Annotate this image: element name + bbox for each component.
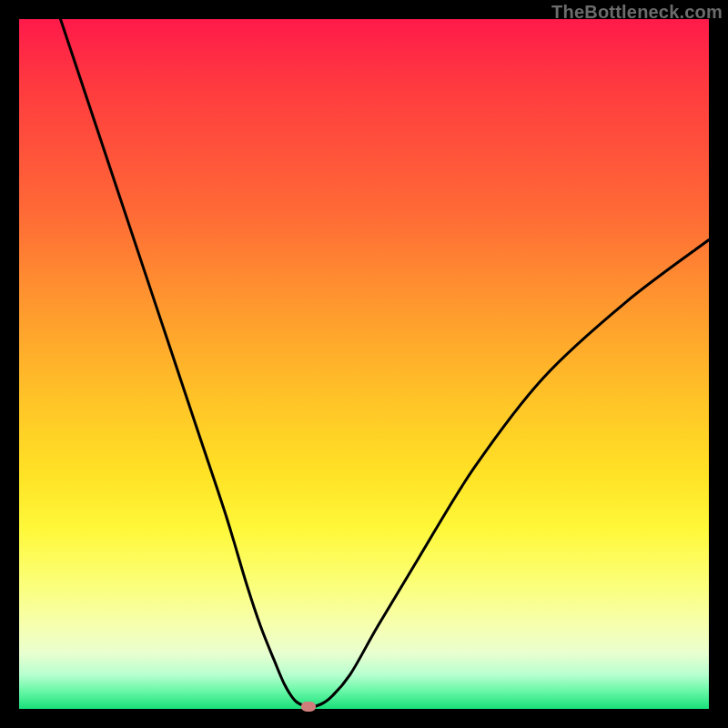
- bottleneck-curve: [19, 19, 709, 709]
- plot-area: [19, 19, 709, 709]
- bottleneck-minimum-marker: [301, 702, 316, 712]
- chart-frame: TheBottleneck.com: [0, 0, 728, 728]
